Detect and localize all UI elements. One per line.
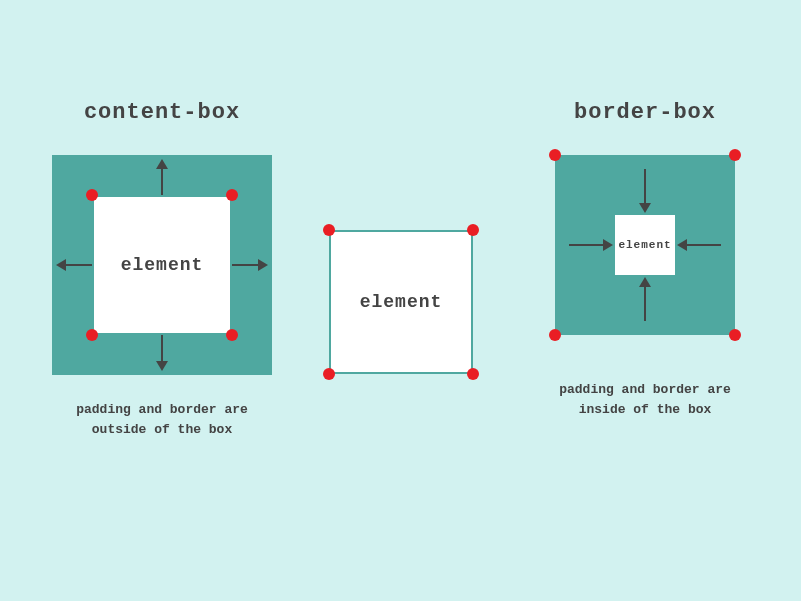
caption-line: padding and border are <box>559 382 731 397</box>
element-label: element <box>360 292 443 312</box>
arrow-up-icon <box>156 159 168 195</box>
caption-line: outside of the box <box>92 422 232 437</box>
corner-dot <box>729 149 741 161</box>
arrow-down-icon <box>639 169 651 213</box>
svg-marker-15 <box>677 239 687 251</box>
arrow-up-icon <box>639 277 651 321</box>
corner-dot <box>226 329 238 341</box>
middle-figure: element <box>329 230 473 374</box>
corner-dot <box>467 224 479 236</box>
element-box: element <box>329 230 473 374</box>
content-box-figure: element <box>52 155 272 375</box>
border-box-caption: padding and border are inside of the box <box>535 380 755 419</box>
middle-panel: element <box>316 180 486 374</box>
corner-dot <box>323 224 335 236</box>
border-box-heading: border-box <box>535 100 755 125</box>
corner-dot <box>226 189 238 201</box>
corner-dot <box>86 329 98 341</box>
svg-marker-5 <box>56 259 66 271</box>
arrow-down-icon <box>156 335 168 371</box>
corner-dot <box>549 149 561 161</box>
svg-marker-11 <box>639 277 651 287</box>
corner-dot <box>86 189 98 201</box>
corner-dot <box>549 329 561 341</box>
content-box-caption: padding and border are outside of the bo… <box>42 400 282 439</box>
corner-dot <box>467 368 479 380</box>
content-box-panel: content-box element padding and border <box>42 100 282 439</box>
content-box-heading: content-box <box>42 100 282 125</box>
caption-line: inside of the box <box>579 402 712 417</box>
svg-marker-13 <box>603 239 613 251</box>
arrow-left-icon <box>56 259 92 271</box>
corner-dot <box>729 329 741 341</box>
element-label: element <box>121 255 204 275</box>
element-box: element <box>613 213 677 277</box>
arrow-left-icon <box>677 239 721 251</box>
element-label: element <box>618 239 671 251</box>
element-box: element <box>92 195 232 335</box>
svg-marker-1 <box>156 159 168 169</box>
svg-marker-7 <box>258 259 268 271</box>
arrow-right-icon <box>232 259 268 271</box>
border-box-panel: border-box element padding and border <box>535 100 755 419</box>
svg-marker-9 <box>639 203 651 213</box>
arrow-right-icon <box>569 239 613 251</box>
border-box-figure: element <box>555 155 735 335</box>
svg-marker-3 <box>156 361 168 371</box>
corner-dot <box>323 368 335 380</box>
caption-line: padding and border are <box>76 402 248 417</box>
